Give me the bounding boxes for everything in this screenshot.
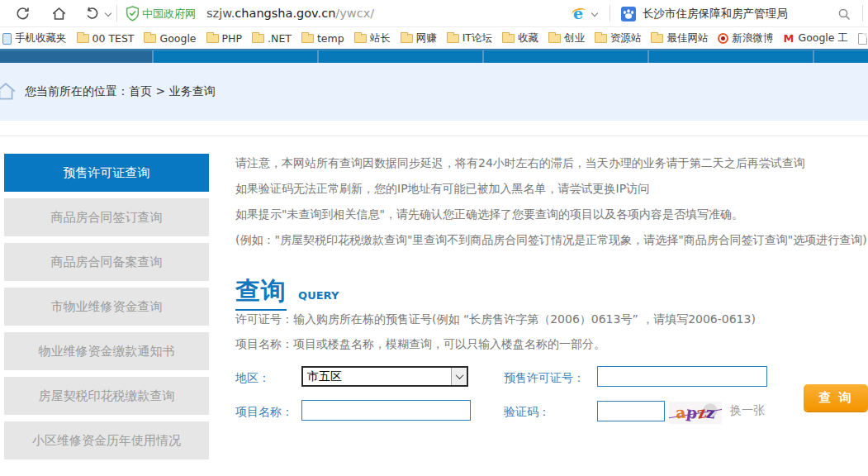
bookmark-icon <box>858 33 867 45</box>
bookmark-item[interactable]: PHP <box>206 32 242 45</box>
sidebar-item-label: 小区维修资金历年使用情况 <box>32 433 181 449</box>
query-sidebar: 预售许可证查询 商品房合同签订查询 商品房合同备案查询 市物业维修资金查询 物业… <box>4 154 209 466</box>
bookmark-icon <box>651 34 663 43</box>
nav-segment[interactable] <box>484 50 647 64</box>
bookmark-icon <box>595 34 607 43</box>
sidebar-item[interactable]: 小区维修资金历年使用情况 <box>4 421 209 459</box>
bookmark-icon <box>77 34 89 43</box>
notice-line: (例如："房屋契税印花税缴款查询"里查询不到商品房合同签订情况是正常现象，请选择… <box>235 227 863 253</box>
toolbar-divider <box>609 5 610 21</box>
project-name-input[interactable] <box>301 400 471 421</box>
notice-line: 如果提示"未查询到相关信息"，请先确认您正确选择了您要查询的项目以及各项内容是否… <box>235 202 863 227</box>
bookmark-icon <box>447 34 459 43</box>
bookmark-label: 00 TEST <box>92 32 135 45</box>
url-path: /ywcx/ <box>335 7 374 20</box>
bookmark-item[interactable]: .NET <box>252 32 292 45</box>
captcha-image[interactable]: a p z z <box>669 402 722 424</box>
nav-segment[interactable] <box>154 50 317 64</box>
site-nav-bar <box>0 49 868 63</box>
bookmark-icon <box>354 34 367 43</box>
sidebar-item[interactable]: 商品房合同备案查询 <box>4 243 209 281</box>
bookmark-item[interactable]: 最佳网站 <box>651 31 708 45</box>
bookmark-item[interactable]: 站长 <box>354 31 391 45</box>
nav-segment[interactable] <box>814 50 868 64</box>
browser-window: 中国政府网 szjw.changsha.gov.cn/ywcx/ 长沙市住房保障… <box>0 0 868 476</box>
breadcrumb-text[interactable]: 您当前所在的位置：首页 > 业务查询 <box>25 84 216 99</box>
bookmark-icon <box>502 34 515 43</box>
captcha-input[interactable] <box>597 401 665 421</box>
sidebar-item-label: 预售许可证查询 <box>64 165 150 181</box>
notice-line: 如果验证码无法正常刷新，您的IP地址有可能已被加入黑名单，请尝试更换IP访问 <box>235 176 863 202</box>
sidebar-item-label: 物业维修资金缴款通知书 <box>39 344 175 359</box>
header-divider <box>0 136 868 136</box>
sidebar-item[interactable]: 预售许可证查询 <box>4 154 209 192</box>
bookmarks-bar: 手机收藏夹 00 TEST Google PHP .NET <box>0 28 868 49</box>
back-undo-icon[interactable] <box>84 6 100 21</box>
bookmark-item[interactable]: 搜狗云输入 <box>858 31 868 45</box>
bookmark-icon <box>206 34 219 43</box>
bookmark-icon <box>301 34 314 43</box>
bookmark-icon <box>144 34 156 43</box>
browser-mode-caret-icon[interactable] <box>591 11 597 17</box>
sidebar-item-label: 商品房合同签订查询 <box>51 210 163 226</box>
select-dropdown-arrow-icon <box>451 368 467 385</box>
bookmark-label: 站长 <box>370 31 391 45</box>
bookmark-item[interactable]: 00 TEST <box>77 32 135 45</box>
permit-number-input[interactable] <box>597 366 767 387</box>
bookmark-item[interactable]: 网赚 <box>401 31 437 45</box>
url-subdomain: szjw. <box>206 7 235 20</box>
bookmark-label: 收藏 <box>518 31 538 45</box>
nav-segment[interactable] <box>0 50 152 64</box>
captcha-label: 验证码： <box>504 405 550 420</box>
bookmark-icon <box>252 34 264 43</box>
bookmark-label: 创业 <box>564 31 585 45</box>
query-submit-button[interactable]: 查 询 <box>804 384 868 411</box>
browser-toolbar: 中国政府网 szjw.changsha.gov.cn/ywcx/ 长沙市住房保障… <box>0 0 868 27</box>
bookmark-icon <box>2 33 12 45</box>
sidebar-item[interactable]: 房屋契税印花税缴款查询 <box>4 377 209 415</box>
nav-segment[interactable] <box>649 50 813 64</box>
refresh-icon[interactable] <box>15 6 31 21</box>
sidebar-item-label: 市物业维修资金查询 <box>51 299 163 315</box>
bookmark-item[interactable]: temp <box>301 32 344 45</box>
site-favicon-paw-icon <box>621 7 636 21</box>
url-domain: changsha.gov.cn <box>235 7 335 20</box>
bookmark-item[interactable]: 收藏 <box>502 31 538 45</box>
bookmark-label: 新浪微博 <box>732 31 773 45</box>
ie-browser-icon[interactable] <box>572 3 588 23</box>
bookmark-item[interactable]: Google 工 <box>783 31 848 45</box>
permit-number-label: 预售许可证号： <box>504 371 585 386</box>
captcha-refresh-link[interactable]: 换一张 <box>730 403 765 418</box>
tab-page-title: 长沙市住房保障和房产管理局 <box>643 0 788 27</box>
address-bar[interactable]: szjw.changsha.gov.cn/ywcx/ <box>206 0 374 27</box>
sidebar-item[interactable]: 市物业维修资金查询 <box>4 288 209 326</box>
bookmark-item[interactable]: 手机收藏夹 <box>2 31 67 45</box>
bookmark-item[interactable]: IT论坛 <box>447 31 492 45</box>
tip-line: 项目名称：项目或楼盘名称，模糊查询，可以只输入楼盘名称的一部分。 <box>235 332 863 357</box>
bookmark-label: IT论坛 <box>462 31 492 45</box>
query-subtitle: QUERY <box>298 289 339 302</box>
bookmark-label: Google <box>159 32 196 45</box>
captcha-char: z <box>705 404 716 421</box>
nav-segment[interactable] <box>319 50 482 64</box>
sidebar-item-label: 商品房合同备案查询 <box>51 255 163 270</box>
bookmark-item[interactable]: 创业 <box>548 31 585 45</box>
back-history-caret-icon[interactable] <box>105 11 111 17</box>
bookmark-label: 资源站 <box>610 31 642 45</box>
home-icon[interactable] <box>51 6 67 21</box>
query-section-heading: 查询 QUERY <box>235 274 339 311</box>
toolbar-divider <box>862 5 863 21</box>
bookmark-item[interactable]: 资源站 <box>595 31 642 45</box>
region-selected-value: 市五区 <box>303 369 451 384</box>
bookmark-label: 手机收藏夹 <box>15 31 67 45</box>
bookmark-label: .NET <box>268 32 292 45</box>
region-select[interactable]: 市五区 <box>301 366 468 387</box>
sidebar-item[interactable]: 物业维修资金缴款通知书 <box>4 332 209 370</box>
search-icon[interactable] <box>837 7 851 21</box>
bookmark-label: temp <box>317 32 344 45</box>
sidebar-item[interactable]: 商品房合同签订查询 <box>4 198 209 236</box>
bookmark-item[interactable]: 新浪微博 <box>718 31 773 45</box>
query-tips: 许可证号：输入购房所在栋的预售证号(例如 “长房售许字第（2006）0613号”… <box>235 307 863 357</box>
region-label: 地区： <box>235 371 270 386</box>
bookmark-item[interactable]: Google <box>144 32 196 45</box>
